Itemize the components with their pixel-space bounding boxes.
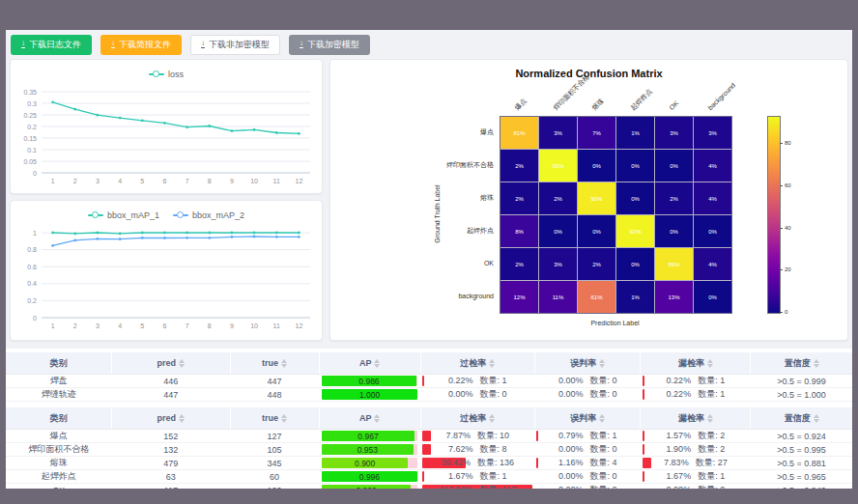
- rate-count: 数量: 2: [698, 443, 725, 456]
- misjudge-rate-cell: 1.16%数量: 4: [534, 457, 641, 470]
- column-header-label: 过检率: [460, 357, 486, 370]
- matrix-cell: 0%: [694, 281, 731, 313]
- ap-cell: 0.929: [319, 484, 420, 490]
- matrix-cell: 11%: [539, 281, 577, 313]
- column-header-label: 置信度: [785, 357, 811, 370]
- confidence-cell: >0.5 = 0.999: [751, 375, 852, 388]
- svg-text:5: 5: [140, 178, 144, 184]
- matrix-col-label: 起焊炸点: [629, 88, 653, 112]
- svg-text:0.05: 0.05: [23, 158, 37, 165]
- sort-caret-icon[interactable]: [179, 414, 185, 423]
- download-icon: ↓: [111, 41, 115, 48]
- colorbar-tick-label: 80: [785, 140, 791, 146]
- column-header-label: true: [262, 413, 278, 423]
- confusion-matrix-card: Normalized Confusion Matrix 81%3%7%1%3%3…: [329, 59, 848, 341]
- over-rate-cell: 39.42%数量: 136: [420, 457, 534, 470]
- true-cell: 127: [230, 430, 319, 443]
- legend-item[interactable]: bbox_mAP_2: [173, 210, 244, 220]
- category-cell: 焊缝轨迹: [6, 388, 112, 402]
- pad-metrics-table: 类别predtrueAP过检率误判率漏检率置信度焊盘4464470.9860.2…: [6, 352, 852, 402]
- rate-percent: 39.42%: [442, 457, 472, 469]
- pred-cell: 479: [112, 457, 231, 470]
- ap-cell: 0.967: [319, 430, 420, 443]
- download-log-button[interactable]: ↓ 下载日志文件: [11, 35, 92, 55]
- matrix-cell: 8%: [500, 215, 538, 247]
- misjudge-rate-cell: 0.00%数量: 0: [534, 388, 641, 402]
- pred-cell: 117: [112, 484, 231, 490]
- matrix-cell: 12%: [500, 281, 538, 313]
- colorbar-tick-label: 60: [785, 182, 791, 188]
- toolbar: ↓ 下载日志文件 ↓ 下载简报文件 ↓ 下载非加密模型 ↓ 下载加密模型: [6, 30, 852, 59]
- rate-count: 数量: 0: [589, 388, 616, 401]
- column-header: 漏检率: [641, 352, 751, 375]
- svg-text:7: 7: [186, 178, 189, 184]
- ap-bar-remainder: [415, 431, 417, 441]
- miss-rate-cell: 1.90%数量: 2: [641, 443, 751, 457]
- ap-bar: 0.986: [322, 376, 416, 386]
- matrix-cell: 4%: [694, 248, 731, 280]
- matrix-cell: 3%: [539, 117, 577, 149]
- pred-cell: 152: [112, 430, 231, 443]
- true-cell: 105: [230, 443, 319, 457]
- download-icon: ↓: [201, 41, 205, 48]
- sort-caret-icon[interactable]: [707, 359, 713, 368]
- svg-text:7: 7: [186, 322, 189, 329]
- sort-caret-icon[interactable]: [599, 414, 605, 423]
- download-plain-model-button[interactable]: ↓ 下载非加密模型: [190, 35, 280, 55]
- sort-caret-icon[interactable]: [814, 414, 819, 423]
- sort-caret-icon[interactable]: [179, 359, 185, 368]
- download-encrypted-model-button[interactable]: ↓ 下载加密模型: [289, 35, 370, 55]
- legend-item[interactable]: bbox_mAP_1: [88, 210, 159, 220]
- sort-caret-icon[interactable]: [489, 414, 495, 423]
- pred-cell: 447: [112, 388, 231, 402]
- over-rate-cell: 0.22%数量: 1: [420, 375, 534, 388]
- miss-rate-cell: 1.67%数量: 1: [641, 470, 751, 484]
- x-axis-label: Prediction Label: [500, 320, 730, 326]
- true-cell: 100: [230, 484, 319, 490]
- sort-caret-icon[interactable]: [599, 359, 605, 368]
- column-header: 过检率: [420, 407, 534, 430]
- ap-bar-remainder: [414, 444, 418, 455]
- table-row: 熔珠4793450.90039.42%数量: 1361.16%数量: 47.83…: [6, 457, 852, 470]
- matrix-col-label: 熔珠: [590, 97, 606, 112]
- sort-caret-icon[interactable]: [374, 414, 380, 423]
- sort-caret-icon[interactable]: [489, 359, 495, 368]
- colorbar-tick-mark: [780, 269, 783, 270]
- column-header-label: 过检率: [460, 412, 486, 425]
- heatmap-grid: 81%3%7%1%3%3%2%93%0%0%0%4%2%2%90%0%2%4%8…: [500, 116, 732, 314]
- matrix-col-label: background: [706, 81, 737, 112]
- rate-percent: 0.00%: [558, 388, 584, 401]
- column-header-label: 类别: [50, 412, 68, 425]
- sort-caret-icon[interactable]: [281, 359, 287, 368]
- legend-item[interactable]: loss: [149, 70, 184, 79]
- table-row: 起焊炸点63600.9961.67%数量: 10.00%数量: 01.67%数量…: [6, 470, 852, 484]
- miss-rate-cell: 0.22%数量: 1: [641, 375, 751, 388]
- column-header: 漏检率: [641, 407, 751, 430]
- over-rate-cell: 0.00%数量: 0: [420, 388, 534, 402]
- pred-cell: 132: [112, 443, 231, 457]
- matrix-cell: 2%: [578, 248, 615, 280]
- matrix-row-label: 焊印面积不合格: [330, 149, 494, 181]
- matrix-col-label: 爆点: [513, 97, 529, 112]
- column-header: 误判率: [534, 352, 641, 375]
- sort-caret-icon[interactable]: [281, 414, 287, 423]
- svg-text:9: 9: [230, 178, 234, 184]
- column-header-label: 置信度: [785, 412, 811, 425]
- sort-caret-icon[interactable]: [374, 359, 380, 368]
- rate-percent: 1.90%: [667, 443, 692, 456]
- download-report-button[interactable]: ↓ 下载简报文件: [100, 35, 182, 55]
- matrix-cell: 92%: [616, 215, 654, 247]
- category-cell: 焊盘: [6, 375, 112, 388]
- map-chart-legend: bbox_mAP_1bbox_mAP_2: [11, 201, 322, 225]
- matrix-cell: 2%: [500, 150, 538, 182]
- column-header: pred: [112, 352, 231, 375]
- sort-caret-icon[interactable]: [707, 414, 713, 423]
- loss-line-chart: 00.050.10.150.20.250.30.3512345678910111…: [11, 84, 322, 194]
- matrix-cell: 0%: [655, 150, 693, 182]
- table-row: 焊缝轨迹4474481.0000.00%数量: 00.00%数量: 00.22%…: [6, 388, 852, 402]
- sort-caret-icon[interactable]: [814, 359, 819, 368]
- svg-text:0.25: 0.25: [23, 112, 37, 119]
- column-header: AP: [319, 352, 420, 375]
- colorbar: [767, 116, 781, 314]
- svg-text:11: 11: [273, 178, 280, 184]
